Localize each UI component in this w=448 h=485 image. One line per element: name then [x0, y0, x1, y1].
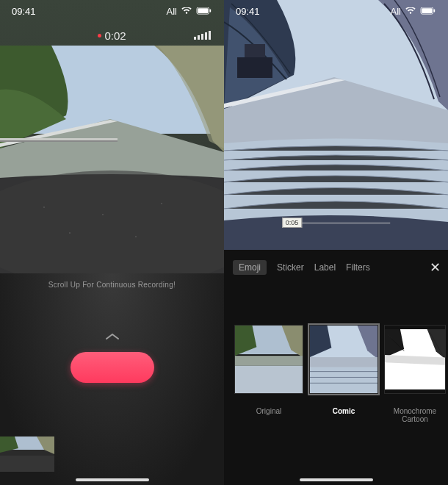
record-dot-icon — [98, 34, 101, 37]
filter-label-comic: Comic — [309, 407, 378, 415]
svg-rect-26 — [310, 357, 377, 367]
svg-point-8 — [43, 206, 45, 208]
status-time: 09:41 — [236, 6, 260, 17]
svg-point-9 — [102, 214, 104, 215]
svg-point-10 — [161, 203, 162, 204]
svg-rect-18 — [434, 10, 436, 12]
status-bar: 09:41 All — [224, 0, 448, 22]
filter-comic[interactable]: Comic — [309, 325, 378, 423]
svg-point-12 — [135, 236, 137, 237]
filter-original[interactable]: Original — [234, 325, 303, 423]
svg-rect-17 — [422, 8, 432, 13]
playback-scrubber[interactable]: 0:05 — [282, 218, 391, 228]
status-right: All — [167, 6, 212, 17]
record-button[interactable] — [71, 352, 154, 383]
right-screen: 09:41 All — [224, 0, 448, 485]
filter-original-thumb — [235, 326, 303, 393]
network-label: All — [391, 6, 401, 17]
svg-rect-27 — [310, 367, 377, 393]
playback-time: 0:05 — [282, 218, 303, 228]
clip-thumbnail[interactable] — [0, 436, 54, 472]
rec-time-value: 0:02 — [104, 29, 126, 42]
filter-monochrome-thumb — [385, 326, 445, 393]
effects-tabs: Emoji Sticker Label Filters ✕ — [224, 256, 448, 279]
scrub-line — [302, 223, 390, 223]
battery-icon — [196, 7, 212, 15]
left-screen: 09:41 All 0:02 Scroll Up — [0, 0, 224, 485]
filter-label-monochrome: Monochrome Cartoon — [384, 407, 446, 423]
filter-comic-thumb — [310, 326, 377, 393]
audio-level-icon — [194, 31, 211, 40]
battery-icon — [420, 7, 436, 15]
camera-viewfinder[interactable] — [0, 46, 224, 273]
filter-label-original: Original — [234, 407, 303, 415]
svg-rect-2 — [210, 10, 212, 12]
tab-emoji[interactable]: Emoji — [233, 260, 267, 275]
svg-rect-5 — [0, 140, 118, 142]
svg-rect-1 — [198, 8, 208, 13]
svg-rect-21 — [237, 57, 272, 78]
scroll-hint-text: Scroll Up For Continuous Recording! — [0, 281, 224, 289]
network-label: All — [167, 6, 177, 17]
status-time: 09:41 — [12, 6, 36, 17]
wifi-icon — [405, 7, 416, 15]
recording-timer: 0:02 — [0, 29, 224, 42]
svg-rect-23 — [235, 356, 303, 366]
road-scene — [0, 46, 224, 273]
chevron-up-icon[interactable] — [0, 330, 224, 343]
wifi-icon — [181, 7, 192, 15]
filter-preview[interactable]: 0:05 — [224, 0, 448, 250]
filters-carousel[interactable]: Original Comic — [234, 325, 448, 423]
filter-monochrome[interactable]: Monochrome Cartoon — [384, 325, 446, 423]
home-indicator[interactable] — [300, 478, 373, 481]
svg-rect-15 — [0, 456, 54, 472]
tab-label[interactable]: Label — [314, 262, 336, 273]
svg-rect-4 — [0, 138, 118, 140]
status-bar: 09:41 All — [0, 0, 224, 22]
status-right: All — [391, 6, 436, 17]
close-icon[interactable]: ✕ — [430, 259, 441, 276]
tab-filters[interactable]: Filters — [346, 262, 370, 273]
svg-point-11 — [69, 232, 71, 234]
tab-sticker[interactable]: Sticker — [277, 262, 304, 273]
svg-point-7 — [0, 170, 224, 273]
svg-rect-24 — [235, 366, 303, 393]
thumb-image — [0, 436, 54, 472]
comic-scene — [224, 0, 448, 250]
home-indicator[interactable] — [76, 478, 149, 481]
